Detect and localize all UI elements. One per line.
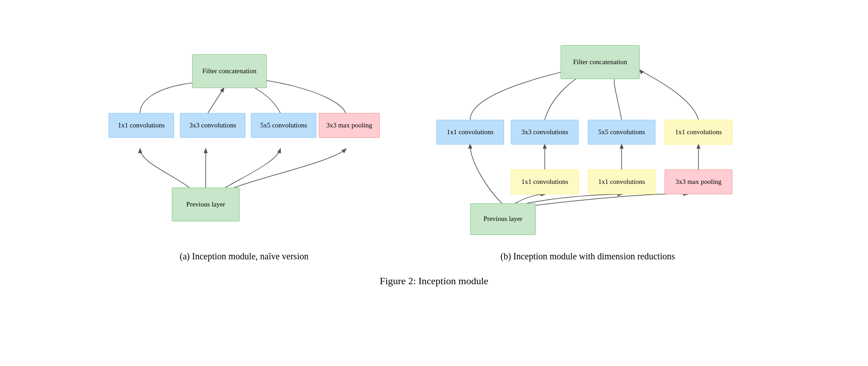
node-conv1x1-3x3-b: 1x1 convolutions xyxy=(511,169,579,194)
figure-b: Filter concatenation 1x1 convolutions 3x… xyxy=(411,9,764,262)
node-conv1x1-a: 1x1 convolutions xyxy=(108,113,174,138)
diagram-a: Filter concatenation 1x1 convolutions 3x… xyxy=(104,9,384,244)
node-conv5x5-a: 5x5 convolutions xyxy=(251,113,316,138)
figure-a: Filter concatenation 1x1 convolutions 3x… xyxy=(104,9,384,262)
node-filter-concat-b: Filter concatenation xyxy=(561,45,640,79)
node-conv5x5-b: 5x5 convolutions xyxy=(588,120,656,145)
figure-title: Figure 2: Inception module xyxy=(380,275,488,287)
node-filter-concat-a: Filter concatenation xyxy=(192,54,267,88)
caption-b: (b) Inception module with dimension redu… xyxy=(500,251,675,262)
node-maxpool-b: 3x3 max pooling xyxy=(665,169,732,194)
node-conv1x1-direct-b: 1x1 convolutions xyxy=(436,120,504,145)
node-prev-layer-b: Previous layer xyxy=(470,203,536,235)
diagram-b: Filter concatenation 1x1 convolutions 3x… xyxy=(411,9,764,244)
node-conv1x1-maxpool-b: 1x1 convolutions xyxy=(665,120,732,145)
node-maxpool-a: 3x3 max pooling xyxy=(319,113,380,138)
node-conv1x1-5x5-b: 1x1 convolutions xyxy=(588,169,656,194)
node-conv3x3-a: 3x3 convolutions xyxy=(180,113,245,138)
node-conv3x3-b: 3x3 convolutions xyxy=(511,120,579,145)
node-prev-layer-a: Previous layer xyxy=(172,188,240,221)
figures-container: Filter concatenation 1x1 convolutions 3x… xyxy=(0,9,868,262)
caption-a: (a) Inception module, naïve version xyxy=(180,251,309,262)
